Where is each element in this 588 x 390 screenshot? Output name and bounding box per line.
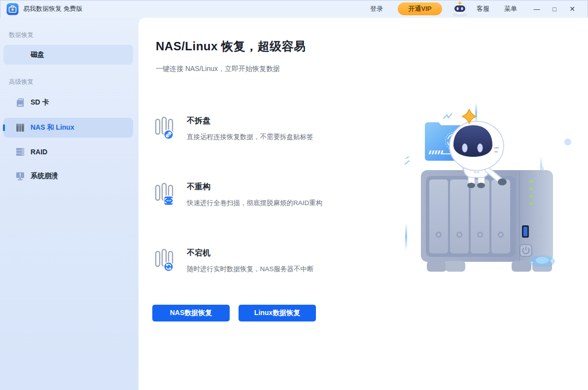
sidebar-item-sd-card[interactable]: SD 卡 <box>3 92 133 113</box>
raid-stack-icon <box>15 146 26 157</box>
sidebar-item-nas-linux[interactable]: NAS 和 Linux <box>3 118 133 138</box>
feature-no-downtime: 不宕机 随时进行实时数据恢复，NAS服务器不中断 <box>154 248 371 274</box>
nas-recovery-button[interactable]: NAS数据恢复 <box>152 305 230 321</box>
feature-title: 不宕机 <box>187 248 313 258</box>
feature-text: 不拆盘 直接远程连接恢复数据，不需要拆盘贴标签 <box>187 115 313 142</box>
page-subtitle: 一键连接 NAS/Linux，立即开始恢复数据 <box>156 65 280 73</box>
linux-recovery-button[interactable]: Linux数据恢复 <box>239 305 316 321</box>
feature-no-disassembly: 不拆盘 直接远程连接恢复数据，不需要拆盘贴标签 <box>154 115 371 142</box>
sidebar-item-raid[interactable]: RAID <box>3 142 133 162</box>
close-button[interactable]: ✕ <box>563 1 581 16</box>
drives-link-icon <box>154 115 175 141</box>
vip-upgrade-button[interactable]: 开通VIP <box>398 2 442 15</box>
spark-glyph <box>444 114 452 118</box>
titlebar: 易我数据恢复 免费版 登录 开通VIP 客服 菜单 — □ ✕ <box>0 0 588 18</box>
sidebar-item-label: RAID <box>31 148 47 156</box>
feature-description: 快速进行全卷扫描，彻底摆脱麻烦的RAID重构 <box>187 199 322 208</box>
customer-service-link[interactable]: 客服 <box>477 4 489 13</box>
nas-drives-icon <box>15 122 26 133</box>
robot-mascot-icon[interactable] <box>449 1 471 17</box>
drives-scan-icon <box>154 181 175 207</box>
power-button <box>520 245 532 256</box>
sd-card-icon <box>15 97 26 108</box>
page-title: NAS/Linux 恢复，超级容易 <box>156 38 306 54</box>
nas-illustration <box>394 101 579 295</box>
sidebar-item-label: 系统崩溃 <box>31 172 58 180</box>
app-title: 易我数据恢复 免费版 <box>23 4 83 13</box>
feature-description: 直接远程连接恢复数据，不需要拆盘贴标签 <box>187 133 313 142</box>
feature-text: 不宕机 随时进行实时数据恢复，NAS服务器不中断 <box>187 248 313 274</box>
sidebar-item-disk[interactable]: 磁盘 <box>3 45 133 65</box>
feature-description: 随时进行实时数据恢复，NAS服务器不中断 <box>187 265 313 274</box>
sidebar-section-advanced-recovery: 高级恢复 <box>9 78 138 86</box>
action-buttons: NAS数据恢复 Linux数据恢复 <box>152 305 316 321</box>
feature-text: 不重构 快速进行全卷扫描，彻底摆脱麻烦的RAID重构 <box>187 181 322 208</box>
app-logo-toolbox-icon <box>6 3 19 15</box>
titlebar-right: 登录 开通VIP 客服 菜单 — □ ✕ <box>370 1 581 17</box>
main-panel: NAS/Linux 恢复，超级容易 一键连接 NAS/Linux，立即开始恢复数… <box>138 18 588 390</box>
drives-sync-icon <box>154 248 175 273</box>
sidebar-item-label: SD 卡 <box>31 98 49 107</box>
minimize-button[interactable]: — <box>528 1 546 16</box>
sidebar-item-system-crash[interactable]: 系统崩溃 <box>3 166 133 186</box>
feature-list: 不拆盘 直接远程连接恢复数据，不需要拆盘贴标签 不重构 快速进行全卷扫描，彻底摆… <box>154 115 371 314</box>
sidebar-item-label: 磁盘 <box>31 50 44 59</box>
app-window: { "titlebar": { "app_title": "易我数据恢复 免费版… <box>0 0 588 390</box>
sidebar-item-label: NAS 和 Linux <box>31 123 74 132</box>
feature-title: 不重构 <box>187 181 322 192</box>
menu-link[interactable]: 菜单 <box>504 4 517 13</box>
feature-title: 不拆盘 <box>187 115 313 126</box>
login-link[interactable]: 登录 <box>370 4 383 13</box>
system-crash-monitor-icon <box>15 171 26 181</box>
sidebar: 数据恢复 磁盘 高级恢复 SD 卡 NAS 和 Linux <box>0 18 138 390</box>
nas-device <box>421 170 555 272</box>
sidebar-section-data-recovery: 数据恢复 <box>9 31 138 39</box>
maximize-button[interactable]: □ <box>546 1 563 16</box>
feature-no-rebuild: 不重构 快速进行全卷扫描，彻底摆脱麻烦的RAID重构 <box>154 181 371 208</box>
